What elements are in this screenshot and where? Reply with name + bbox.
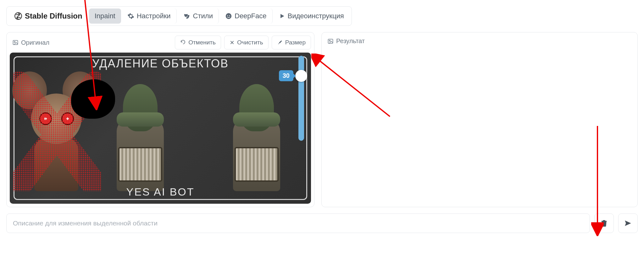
masks-icon	[183, 13, 191, 20]
deepface-tab[interactable]: DeepFace	[219, 9, 273, 24]
svg-point-5	[14, 42, 15, 43]
styles-tab[interactable]: Стили	[177, 9, 219, 24]
trash-icon	[600, 219, 608, 227]
play-icon	[279, 13, 285, 19]
video-label: Видеоинструкция	[288, 12, 344, 20]
undo-icon	[180, 40, 186, 45]
deepface-label: DeepFace	[235, 12, 267, 20]
svg-rect-4	[13, 40, 18, 44]
undo-button[interactable]: Отменить	[175, 36, 221, 49]
original-actions: Отменить Очистить Размер	[175, 36, 311, 49]
video-tab[interactable]: Видеоинструкция	[273, 9, 350, 24]
gear-icon	[127, 13, 134, 20]
undo-label: Отменить	[188, 39, 216, 46]
image-icon	[327, 38, 334, 44]
size-button[interactable]: Размер	[272, 36, 311, 49]
x-icon	[230, 40, 235, 45]
canvas-footer: YES AI BOT	[10, 186, 311, 198]
brand-label: Stable Diffusion	[25, 12, 82, 20]
result-title: Результат	[325, 36, 367, 47]
clear-label: Очистить	[237, 39, 263, 46]
prompt-row	[6, 213, 638, 233]
prompt-input[interactable]	[6, 213, 590, 233]
original-panel: Оригинал Отменить Очистить	[6, 32, 314, 207]
original-panel-header: Оригинал Отменить Очистить	[10, 36, 311, 49]
send-icon	[624, 219, 632, 227]
inpaint-tab[interactable]: Inpaint	[89, 9, 121, 24]
delete-button[interactable]	[594, 213, 614, 233]
result-label: Результат	[336, 37, 365, 45]
aperture-icon	[14, 12, 22, 20]
svg-point-1	[226, 13, 231, 19]
brush-icon	[277, 40, 283, 45]
settings-label: Настройки	[137, 12, 171, 20]
result-panel-header: Результат	[325, 36, 634, 47]
brush-size-value: 30	[279, 70, 293, 81]
svg-point-2	[227, 15, 228, 16]
canvas-subject-croc-2	[217, 78, 296, 191]
inpaint-canvas[interactable]: УДАЛЕНИЕ ОБЪЕКТОВ YES AI BOT	[10, 53, 311, 204]
svg-rect-7	[328, 39, 333, 43]
brush-size-slider[interactable]	[298, 56, 304, 141]
settings-tab[interactable]: Настройки	[122, 9, 177, 24]
styles-label: Стили	[193, 12, 213, 20]
send-button[interactable]	[618, 213, 638, 233]
smile-icon	[225, 13, 232, 20]
result-panel: Результат	[321, 32, 638, 207]
image-icon	[12, 39, 19, 46]
svg-point-8	[329, 40, 330, 41]
svg-point-3	[229, 15, 230, 16]
clear-button[interactable]: Очистить	[224, 36, 269, 49]
inpaint-label: Inpaint	[95, 12, 115, 20]
panels-row: Оригинал Отменить Очистить	[6, 32, 638, 207]
brush-size-thumb[interactable]	[295, 70, 307, 82]
brand-button[interactable]: Stable Diffusion	[8, 9, 88, 24]
original-title: Оригинал	[10, 37, 52, 48]
original-label: Оригинал	[21, 39, 49, 46]
main-toolbar: Stable Diffusion Inpaint Настройки Стили…	[6, 6, 352, 26]
canvas-subject-croc-1	[101, 78, 180, 191]
size-label: Размер	[285, 39, 306, 46]
canvas-heading: УДАЛЕНИЕ ОБЪЕКТОВ	[10, 57, 311, 70]
